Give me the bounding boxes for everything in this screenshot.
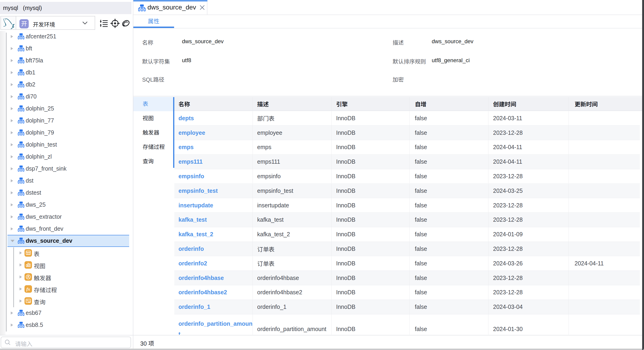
svg-text:fx: fx	[26, 287, 30, 292]
